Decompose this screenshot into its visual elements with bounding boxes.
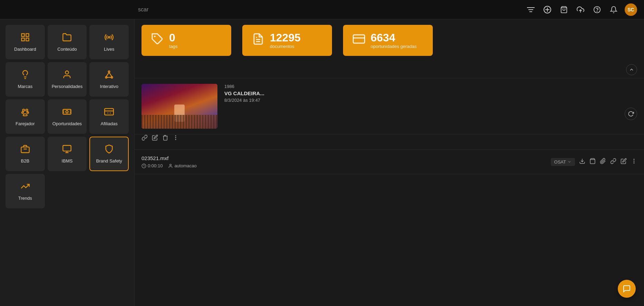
broadcast-icon [104, 32, 114, 44]
channel-tag[interactable]: OSAT [551, 158, 575, 166]
marcas-label: Marcas [18, 84, 33, 89]
second-video-duration-icon: 0:00:10 [142, 163, 163, 168]
afiliadas-label: Afiliadas [101, 121, 118, 126]
sidebar-item-brand-safety[interactable]: Brand Safety [89, 137, 129, 171]
refresh-button[interactable] [625, 108, 637, 120]
second-edit-icon[interactable] [621, 158, 627, 166]
grid-icon [20, 32, 30, 44]
tags-label: tags [169, 44, 178, 49]
video-delete-icon[interactable] [162, 135, 168, 142]
svg-rect-38 [21, 147, 29, 152]
lives-label: Lives [104, 47, 114, 52]
b2b-label: B2B [21, 158, 30, 164]
video-more-icon[interactable] [173, 135, 179, 142]
svg-point-29 [66, 111, 68, 113]
oportunidades-label: oportunidades geradas [371, 44, 417, 49]
add-icon[interactable] [542, 4, 553, 15]
svg-point-25 [26, 109, 28, 111]
video-thumbnail [142, 84, 217, 129]
farejador-label: Farejador [16, 121, 35, 126]
documentos-label: documentos [270, 44, 301, 49]
briefcase-icon [20, 144, 30, 156]
video-row: 1986 VG CALDEIRA... 8/3/2024 às 19:47 [135, 78, 644, 135]
oportunidades-icon [353, 33, 365, 48]
svg-point-53 [170, 164, 172, 166]
ibms-label: IBMS [62, 158, 73, 164]
sidebar-item-ibms[interactable]: IBMS [48, 137, 87, 171]
svg-point-57 [634, 161, 634, 161]
video-link-icon[interactable] [142, 135, 148, 142]
collapse-row [135, 61, 644, 78]
shield-icon [104, 144, 114, 156]
video-meta: 1986 VG CALDEIRA... 8/3/2024 às 19:47 [224, 84, 637, 103]
person-icon [62, 70, 72, 81]
paperclip-icon[interactable] [600, 158, 606, 166]
cart-icon[interactable] [558, 4, 569, 15]
svg-point-26 [22, 112, 23, 113]
cash-icon [104, 107, 114, 118]
sidebar-item-b2b[interactable]: B2B [6, 137, 45, 171]
sidebar: Dashboard Conteúdo Lives [0, 19, 135, 306]
paw-icon [20, 107, 30, 118]
brand-safety-label: Brand Safety [96, 158, 122, 164]
second-link-icon[interactable] [610, 158, 616, 166]
sidebar-item-conteudo[interactable]: Conteúdo [48, 25, 87, 59]
sidebar-item-lives[interactable]: Lives [89, 25, 129, 59]
video-edit-icon[interactable] [152, 135, 158, 142]
search-text: scar [138, 7, 148, 13]
svg-rect-10 [21, 34, 24, 37]
svg-rect-28 [63, 109, 71, 114]
interativo-label: Interativo [100, 84, 118, 89]
sidebar-item-farejador[interactable]: Farejador [6, 99, 45, 134]
trends-label: Trends [18, 196, 32, 201]
sidebar-item-dashboard[interactable]: Dashboard [6, 25, 45, 59]
second-video-duration: 0:00:10 [148, 163, 163, 168]
oportunidades-number: 6634 [371, 32, 417, 44]
second-video-filename: 023521.mxf [142, 155, 544, 161]
second-more-icon[interactable] [631, 158, 637, 166]
stat-tags: 0 tags [142, 25, 231, 56]
video-date: 8/3/2024 às 19:47 [224, 98, 637, 103]
notification-icon[interactable] [608, 4, 619, 15]
filter-icon[interactable] [525, 4, 536, 15]
personalidades-label: Personalidades [52, 84, 83, 89]
second-video-user: automacao [174, 163, 196, 168]
documentos-info: 12295 documentos [270, 32, 301, 49]
header: scar [0, 0, 644, 19]
svg-point-27 [27, 112, 29, 113]
video-actions [135, 135, 644, 147]
download-icon[interactable] [579, 158, 585, 166]
chat-fab[interactable] [618, 280, 636, 298]
stat-documentos: 12295 documentos [242, 25, 332, 56]
svg-rect-34 [105, 109, 114, 115]
help-icon[interactable] [592, 4, 603, 15]
svg-rect-13 [21, 38, 24, 41]
trending-icon [20, 181, 30, 193]
upload-icon[interactable] [575, 4, 586, 15]
svg-point-49 [175, 136, 176, 136]
sidebar-item-oportunidades[interactable]: Oportunidades [48, 99, 87, 134]
sidebar-item-afiliadas[interactable]: Afiliadas [89, 99, 129, 134]
sidebar-item-personalidades[interactable]: Personalidades [48, 62, 87, 97]
tag-icon [151, 33, 164, 48]
svg-rect-41 [63, 146, 71, 151]
second-video-row: 023521.mxf 0:00:10 automacao [135, 150, 644, 174]
sidebar-item-marcas[interactable]: Marcas [6, 62, 45, 97]
oportunidades-label: Oportunidades [52, 121, 82, 126]
svg-rect-47 [353, 35, 365, 43]
stat-oportunidades: 6634 oportunidades geradas [343, 25, 433, 56]
tags-number: 0 [169, 32, 178, 44]
video-year: 1986 [224, 84, 637, 89]
svg-point-56 [634, 159, 634, 160]
money-icon [62, 107, 72, 118]
second-video-meta: 0:00:10 automacao [142, 163, 544, 168]
sidebar-item-trends[interactable]: Trends [6, 174, 45, 208]
user-avatar[interactable]: SC [625, 3, 637, 16]
oportunidades-info: 6634 oportunidades geradas [371, 32, 417, 49]
sidebar-item-interativo[interactable]: Interativo [89, 62, 129, 97]
main-layout: Dashboard Conteúdo Lives [0, 19, 644, 306]
documentos-number: 12295 [270, 32, 301, 44]
second-cart-icon[interactable] [589, 158, 596, 166]
monitor-icon [62, 144, 72, 156]
collapse-button[interactable] [626, 64, 637, 75]
